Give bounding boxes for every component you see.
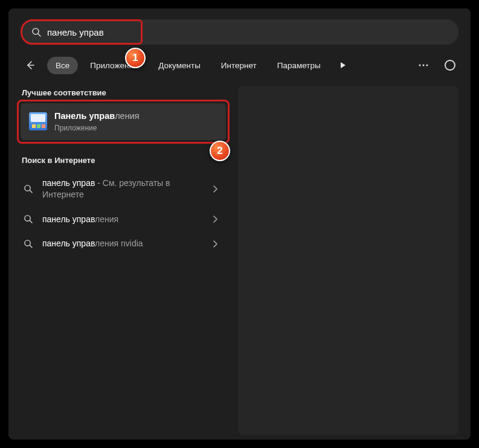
filter-row: Все Приложения Документы Интернет Параме… [21,56,458,75]
svg-line-9 [30,221,32,223]
filter-apps[interactable]: Приложения [82,57,146,74]
best-match-title-rest: ления [115,111,139,121]
best-match-result[interactable]: Панель управления Приложение [21,103,226,140]
results-column: Лучшее соответствие Панель управления Пр… [21,86,226,435]
search-input[interactable] [47,19,448,45]
search-icon [31,27,41,37]
search-icon [22,239,34,248]
search-icon [22,214,34,223]
filter-documents[interactable]: Документы [150,57,209,74]
chevron-right-icon [210,216,220,223]
web-result-text: панель управ - См. результаты в Интернет… [42,178,202,200]
search-icon [22,184,34,193]
content-area: Лучшее соответствие Панель управления Пр… [21,86,458,435]
account-icon [445,60,455,71]
more-filters-button[interactable] [334,56,352,74]
account-button[interactable] [442,57,458,74]
web-result-bold: панель управ [42,214,95,224]
search-bar[interactable] [21,19,458,45]
best-match-container: Панель управления Приложение [21,103,226,140]
search-bar-container [21,19,458,45]
web-result-rest: ления [95,214,118,224]
chevron-right-icon [210,185,220,193]
filter-settings[interactable]: Параметры [269,57,329,74]
svg-line-11 [30,246,32,248]
preview-pane [238,86,458,435]
best-match-subtitle: Приложение [54,123,140,133]
web-result-bold: панель управ [42,238,95,248]
search-panel: Все Приложения Документы Интернет Параме… [8,8,471,440]
control-panel-icon [29,112,47,130]
back-button[interactable] [21,56,40,75]
best-match-text: Панель управления Приложение [54,110,140,133]
web-result-rest: ления nvidia [95,238,143,248]
filter-right-controls [415,57,458,74]
best-match-header: Лучшее соответствие [21,86,226,103]
svg-point-5 [426,64,428,66]
web-result-text: панель управления [42,214,202,225]
best-match-title-bold: Панель управ [54,111,115,121]
svg-line-7 [30,190,32,193]
web-search-header: Поиск в Интернете [21,153,226,171]
svg-line-1 [38,34,40,36]
web-result-bold: панель управ [42,178,95,188]
web-result[interactable]: панель управ - См. результаты в Интернет… [21,171,226,207]
filter-all[interactable]: Все [47,57,78,74]
svg-point-3 [419,64,420,66]
filter-internet[interactable]: Интернет [213,57,265,74]
overflow-button[interactable] [415,57,432,74]
web-result[interactable]: панель управления nvidia [21,231,226,256]
best-match-title: Панель управления [54,110,140,123]
chevron-right-icon [210,240,220,248]
web-result-text: панель управления nvidia [42,238,202,249]
web-result[interactable]: панель управления [21,207,226,232]
svg-point-4 [422,64,424,66]
